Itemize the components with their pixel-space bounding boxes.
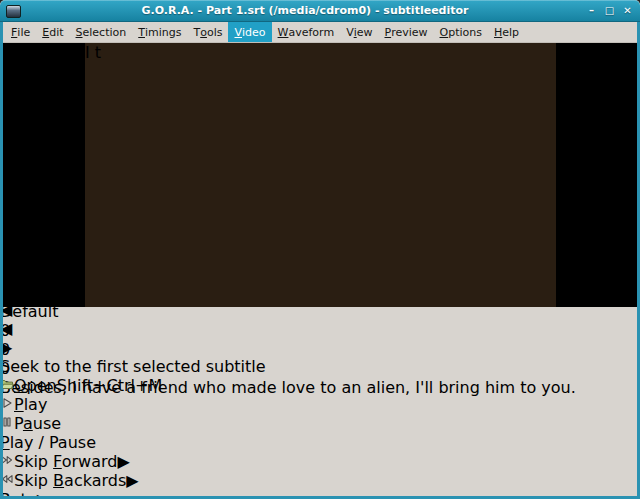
menu-item-skip-forward[interactable]: Skip Forward▶	[0, 452, 640, 471]
submenu-arrow-icon: ▶	[117, 452, 129, 471]
window-title: G.O.R.A. - Part 1.srt (/media/cdrom0) - …	[30, 4, 580, 17]
menubar-item-edit[interactable]: Edit	[36, 22, 69, 42]
window-border-left	[0, 22, 3, 499]
close-icon[interactable]: ✕	[622, 3, 633, 17]
menubar: FileEditSelectionTimingsToolsVideoWavefo…	[3, 22, 637, 43]
video-frame: I t	[85, 43, 556, 307]
menubar-item-video[interactable]: Video	[228, 22, 271, 42]
menu-item-label: Skip Forward	[14, 452, 117, 471]
scroll-right-icon[interactable]: ▶	[0, 338, 640, 357]
menu-item-play[interactable]: Play	[0, 395, 640, 414]
scroll-left-icon[interactable]: ◀	[0, 319, 640, 338]
app-icon	[6, 5, 21, 18]
maximize-icon[interactable]: □	[604, 3, 615, 17]
menu-item-label: Pause	[14, 414, 61, 433]
menubar-item-tools[interactable]: Tools	[187, 22, 228, 42]
menubar-item-timings[interactable]: Timings	[132, 22, 187, 42]
status-text: Seek to the first selected subtitle	[0, 357, 266, 376]
menu-item-skip-backards[interactable]: Skip Backards▶	[0, 471, 640, 490]
menu-item-pause[interactable]: Pause	[0, 414, 640, 433]
titlebar[interactable]: G.O.R.A. - Part 1.srt (/media/cdrom0) - …	[0, 0, 640, 22]
menubar-item-options[interactable]: Options	[434, 22, 488, 42]
menubar-item-waveform[interactable]: Waveform	[272, 22, 341, 42]
menubar-item-help[interactable]: Help	[488, 22, 525, 42]
menubar-item-view[interactable]: View	[340, 22, 378, 42]
statusbar: Seek to the first selected subtitle	[0, 357, 640, 376]
minimize-icon[interactable]: –	[586, 3, 597, 17]
submenu-arrow-icon: ▶	[126, 471, 138, 490]
menu-item-shortcut: Shift+Ctrl+M	[57, 376, 162, 395]
video-area: I t	[3, 43, 637, 307]
menu-item-play-pause[interactable]: Play / Pause	[0, 433, 640, 452]
menu-item-label: Play / Pause	[0, 433, 96, 452]
menu-item-label: Skip Backards	[14, 471, 126, 490]
horizontal-scrollbar[interactable]: ◀ ◀ ▶	[0, 300, 640, 357]
menu-item-label: Open	[14, 376, 57, 395]
menubar-item-file[interactable]: File	[5, 22, 36, 42]
menubar-item-selection[interactable]: Selection	[70, 22, 133, 42]
subtitleeditor-window: G.O.R.A. - Part 1.srt (/media/cdrom0) - …	[0, 0, 640, 499]
menubar-item-preview[interactable]: Preview	[378, 22, 433, 42]
menu-item-label: Play	[14, 395, 47, 414]
